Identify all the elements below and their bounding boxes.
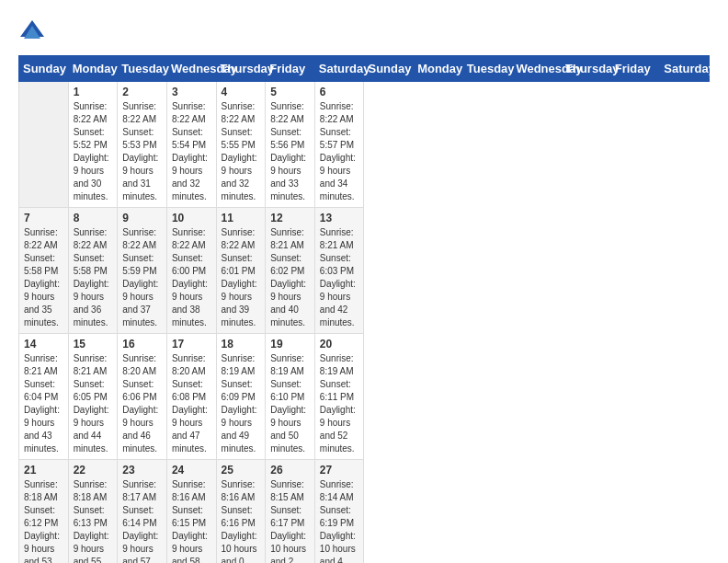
day-info: Sunrise: 8:22 AMSunset: 5:55 PMDaylight:… [222, 100, 261, 203]
day-number: 25 [222, 464, 261, 477]
calendar-cell: 27Sunrise: 8:14 AMSunset: 6:19 PMDayligh… [314, 460, 364, 564]
day-info: Sunrise: 8:20 AMSunset: 6:06 PMDaylight:… [122, 352, 162, 455]
day-header-monday: Monday [414, 56, 463, 82]
calendar-cell: 5Sunrise: 8:22 AMSunset: 5:56 PMDaylight… [266, 82, 315, 208]
day-number: 7 [24, 212, 63, 224]
day-header-saturday: Saturday [314, 56, 364, 82]
day-info: Sunrise: 8:22 AMSunset: 5:59 PMDaylight:… [122, 226, 162, 329]
calendar-week-2: 7Sunrise: 8:22 AMSunset: 5:58 PMDaylight… [19, 208, 710, 334]
day-number: 10 [172, 212, 211, 224]
calendar-week-1: 1Sunrise: 8:22 AMSunset: 5:52 PMDaylight… [19, 82, 710, 208]
day-number: 1 [74, 86, 113, 98]
calendar-cell: 17Sunrise: 8:20 AMSunset: 6:08 PMDayligh… [166, 334, 216, 460]
day-header-sunday: Sunday [19, 56, 69, 82]
day-info: Sunrise: 8:21 AMSunset: 6:04 PMDaylight:… [24, 352, 63, 455]
day-info: Sunrise: 8:17 AMSunset: 6:14 PMDaylight:… [122, 478, 162, 563]
calendar-cell: 14Sunrise: 8:21 AMSunset: 6:04 PMDayligh… [19, 334, 69, 460]
day-header-friday: Friday [266, 56, 315, 82]
day-header-saturday: Saturday [660, 56, 710, 82]
day-info: Sunrise: 8:15 AMSunset: 6:17 PMDaylight:… [270, 478, 310, 563]
calendar-cell: 26Sunrise: 8:15 AMSunset: 6:17 PMDayligh… [266, 460, 315, 564]
day-number: 14 [24, 338, 63, 350]
day-header-sunday: Sunday [364, 56, 414, 82]
day-header-tuesday: Tuesday [462, 56, 512, 82]
day-info: Sunrise: 8:18 AMSunset: 6:12 PMDaylight:… [24, 478, 63, 563]
calendar-cell: 21Sunrise: 8:18 AMSunset: 6:12 PMDayligh… [19, 460, 69, 564]
day-number: 3 [172, 86, 211, 98]
day-header-thursday: Thursday [216, 56, 266, 82]
calendar-cell: 8Sunrise: 8:22 AMSunset: 5:58 PMDaylight… [68, 208, 118, 334]
day-number: 22 [74, 464, 113, 477]
calendar-cell: 15Sunrise: 8:21 AMSunset: 6:05 PMDayligh… [68, 334, 118, 460]
day-number: 18 [222, 338, 261, 350]
calendar-table: SundayMondayTuesdayWednesdayThursdayFrid… [18, 55, 710, 563]
calendar-cell: 11Sunrise: 8:22 AMSunset: 6:01 PMDayligh… [216, 208, 266, 334]
logo-icon [18, 18, 46, 46]
day-number: 6 [320, 86, 359, 98]
calendar-cell: 12Sunrise: 8:21 AMSunset: 6:02 PMDayligh… [266, 208, 315, 334]
day-info: Sunrise: 8:21 AMSunset: 6:02 PMDaylight:… [270, 226, 310, 329]
day-header-wednesday: Wednesday [512, 56, 562, 82]
day-number: 8 [74, 212, 113, 224]
day-header-tuesday: Tuesday [118, 56, 167, 82]
day-info: Sunrise: 8:22 AMSunset: 5:52 PMDaylight:… [74, 100, 113, 203]
day-number: 21 [24, 464, 63, 477]
page-header [18, 18, 710, 46]
day-header-friday: Friday [610, 56, 660, 82]
calendar-cell: 19Sunrise: 8:19 AMSunset: 6:10 PMDayligh… [266, 334, 315, 460]
header-row: SundayMondayTuesdayWednesdayThursdayFrid… [19, 56, 710, 82]
day-info: Sunrise: 8:14 AMSunset: 6:19 PMDaylight:… [320, 478, 359, 563]
day-number: 27 [320, 464, 359, 477]
day-number: 13 [320, 212, 359, 224]
calendar-cell: 7Sunrise: 8:22 AMSunset: 5:58 PMDaylight… [19, 208, 69, 334]
calendar-cell: 20Sunrise: 8:19 AMSunset: 6:11 PMDayligh… [314, 334, 364, 460]
day-info: Sunrise: 8:21 AMSunset: 6:05 PMDaylight:… [74, 352, 113, 455]
calendar-week-4: 21Sunrise: 8:18 AMSunset: 6:12 PMDayligh… [19, 460, 710, 564]
day-number: 19 [270, 338, 310, 350]
day-info: Sunrise: 8:22 AMSunset: 5:53 PMDaylight:… [122, 100, 162, 203]
day-number: 26 [270, 464, 310, 477]
day-number: 2 [122, 86, 162, 98]
day-header-thursday: Thursday [562, 56, 611, 82]
day-info: Sunrise: 8:22 AMSunset: 6:00 PMDaylight:… [172, 226, 211, 329]
day-info: Sunrise: 8:19 AMSunset: 6:10 PMDaylight:… [270, 352, 310, 455]
day-number: 15 [74, 338, 113, 350]
calendar-cell: 16Sunrise: 8:20 AMSunset: 6:06 PMDayligh… [118, 334, 167, 460]
day-number: 20 [320, 338, 359, 350]
calendar-cell: 22Sunrise: 8:18 AMSunset: 6:13 PMDayligh… [68, 460, 118, 564]
day-info: Sunrise: 8:22 AMSunset: 6:01 PMDaylight:… [222, 226, 261, 329]
day-info: Sunrise: 8:22 AMSunset: 5:56 PMDaylight:… [270, 100, 310, 203]
day-info: Sunrise: 8:18 AMSunset: 6:13 PMDaylight:… [74, 478, 113, 563]
day-info: Sunrise: 8:21 AMSunset: 6:03 PMDaylight:… [320, 226, 359, 329]
day-info: Sunrise: 8:22 AMSunset: 5:57 PMDaylight:… [320, 100, 359, 203]
day-number: 5 [270, 86, 310, 98]
calendar-cell: 23Sunrise: 8:17 AMSunset: 6:14 PMDayligh… [118, 460, 167, 564]
day-info: Sunrise: 8:22 AMSunset: 5:58 PMDaylight:… [74, 226, 113, 329]
calendar-cell: 1Sunrise: 8:22 AMSunset: 5:52 PMDaylight… [68, 82, 118, 208]
day-number: 16 [122, 338, 162, 350]
calendar-cell: 24Sunrise: 8:16 AMSunset: 6:15 PMDayligh… [166, 460, 216, 564]
calendar-cell: 10Sunrise: 8:22 AMSunset: 6:00 PMDayligh… [166, 208, 216, 334]
day-number: 4 [222, 86, 261, 98]
calendar-cell: 3Sunrise: 8:22 AMSunset: 5:54 PMDaylight… [166, 82, 216, 208]
calendar-cell: 25Sunrise: 8:16 AMSunset: 6:16 PMDayligh… [216, 460, 266, 564]
day-number: 23 [122, 464, 162, 477]
day-info: Sunrise: 8:22 AMSunset: 5:58 PMDaylight:… [24, 226, 63, 329]
logo [18, 18, 50, 46]
day-number: 12 [270, 212, 310, 224]
calendar-cell: 6Sunrise: 8:22 AMSunset: 5:57 PMDaylight… [314, 82, 364, 208]
day-info: Sunrise: 8:16 AMSunset: 6:16 PMDaylight:… [222, 478, 261, 563]
day-info: Sunrise: 8:19 AMSunset: 6:09 PMDaylight:… [222, 352, 261, 455]
calendar-cell: 18Sunrise: 8:19 AMSunset: 6:09 PMDayligh… [216, 334, 266, 460]
day-number: 17 [172, 338, 211, 350]
day-info: Sunrise: 8:16 AMSunset: 6:15 PMDaylight:… [172, 478, 211, 563]
day-header-wednesday: Wednesday [166, 56, 216, 82]
day-number: 11 [222, 212, 261, 224]
calendar-cell: 4Sunrise: 8:22 AMSunset: 5:55 PMDaylight… [216, 82, 266, 208]
day-info: Sunrise: 8:20 AMSunset: 6:08 PMDaylight:… [172, 352, 211, 455]
calendar-cell: 13Sunrise: 8:21 AMSunset: 6:03 PMDayligh… [314, 208, 364, 334]
calendar-week-3: 14Sunrise: 8:21 AMSunset: 6:04 PMDayligh… [19, 334, 710, 460]
calendar-cell [19, 82, 69, 208]
day-number: 24 [172, 464, 211, 477]
day-info: Sunrise: 8:22 AMSunset: 5:54 PMDaylight:… [172, 100, 211, 203]
